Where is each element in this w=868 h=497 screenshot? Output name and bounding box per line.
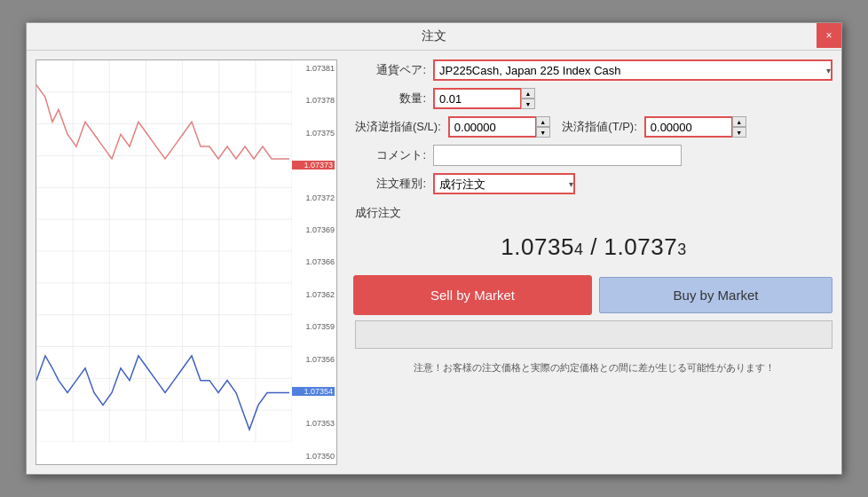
section-label-row: 成行注文 [355, 201, 832, 221]
buy-price-main: 1.0737 [604, 233, 678, 260]
trade-buttons-row: Sell by Market Buy by Market [355, 277, 832, 313]
chart-label-9: 1.07359 [292, 322, 335, 331]
comment-input[interactable] [433, 145, 682, 166]
secondary-button-1[interactable] [355, 320, 832, 349]
currency-pair-input[interactable] [433, 59, 832, 81]
currency-pair-row: 通貨ペア: ▾ [355, 59, 832, 81]
chart-label-3: 1.07375 [292, 129, 335, 138]
tp-label: 決済指値(T/P): [557, 119, 637, 135]
quantity-input[interactable] [433, 88, 522, 109]
chart-label-10: 1.07356 [292, 355, 335, 364]
currency-select-wrapper: ▾ [433, 59, 832, 81]
chart-label-13: 1.07350 [292, 452, 335, 461]
tp-input[interactable] [644, 116, 733, 138]
section-label: 成行注文 [355, 205, 401, 221]
sell-price-small: 4 [574, 241, 584, 258]
buy-by-market-button[interactable]: Buy by Market [599, 277, 832, 313]
sl-up-button[interactable]: ▲ [536, 116, 550, 127]
chart-label-4: 1.07373 [292, 161, 335, 170]
chart-label-8: 1.07362 [292, 290, 335, 299]
quantity-row: 数量: ▲ ▼ [355, 88, 832, 109]
chart-label-6: 1.07369 [292, 225, 335, 234]
sell-price-main: 1.0735 [501, 233, 574, 260]
quantity-label: 数量: [355, 91, 426, 106]
price-separator: / [590, 233, 604, 260]
order-type-select[interactable]: 成行注文 指値注文 [433, 173, 575, 194]
warning-text: 注意！お客様の注文価格と実際の約定価格との間に差が生じる可能性があります！ [355, 361, 832, 375]
tp-spinners: ▲ ▼ [732, 116, 746, 138]
sl-tp-row: 決済逆指値(S/L): ▲ ▼ 決済指値(T/P): ▲ ▼ [355, 116, 832, 138]
chart-label-2: 1.07378 [292, 96, 335, 105]
quantity-spinners: ▲ ▼ [521, 88, 535, 109]
sl-down-button[interactable]: ▼ [536, 127, 550, 138]
chart-label-5: 1.07372 [292, 193, 335, 202]
sl-input[interactable] [448, 116, 537, 138]
tp-up-button[interactable]: ▲ [732, 116, 746, 127]
currency-pair-label: 通貨ペア: [355, 62, 426, 78]
quantity-up-button[interactable]: ▲ [521, 88, 535, 99]
secondary-buttons-row [355, 320, 832, 349]
form-area: 通貨ペア: ▾ 数量: ▲ ▼ 決済逆指値(S/L) [355, 59, 832, 465]
comment-label: コメント: [355, 147, 426, 163]
dialog-title: 注文 [422, 28, 446, 44]
buy-price-small: 3 [677, 241, 687, 258]
quantity-spinner-wrapper: ▲ ▼ [433, 88, 535, 109]
order-dialog: 注文 × 1.07381 1.07378 1.07375 1.07373 1.0… [26, 22, 842, 475]
order-type-label: 注文種別: [355, 176, 426, 192]
tp-spinner-wrapper: ▲ ▼ [644, 116, 746, 138]
sl-label: 決済逆指値(S/L): [355, 119, 441, 135]
sl-spinners: ▲ ▼ [536, 116, 550, 138]
quantity-down-button[interactable]: ▼ [521, 99, 535, 109]
chart-label-7: 1.07366 [292, 257, 335, 266]
chart-labels: 1.07381 1.07378 1.07375 1.07373 1.07372 … [290, 60, 336, 464]
close-button[interactable]: × [817, 23, 841, 48]
dialog-content: 1.07381 1.07378 1.07375 1.07373 1.07372 … [27, 51, 841, 474]
price-chart: 1.07381 1.07378 1.07375 1.07373 1.07372 … [36, 59, 337, 465]
tp-down-button[interactable]: ▼ [732, 127, 746, 138]
order-type-row: 注文種別: 成行注文 指値注文 ▾ [355, 173, 832, 194]
title-bar: 注文 × [27, 23, 841, 51]
chart-label-1: 1.07381 [292, 64, 335, 73]
comment-row: コメント: [355, 145, 832, 166]
order-type-select-wrapper: 成行注文 指値注文 ▾ [433, 173, 575, 194]
chart-label-12: 1.07353 [292, 419, 335, 428]
price-display: 1.07354 / 1.07373 [355, 233, 832, 261]
chart-label-11: 1.07354 [292, 387, 335, 396]
sell-by-market-button[interactable]: Sell by Market [355, 277, 590, 313]
sl-spinner-wrapper: ▲ ▼ [448, 116, 550, 138]
